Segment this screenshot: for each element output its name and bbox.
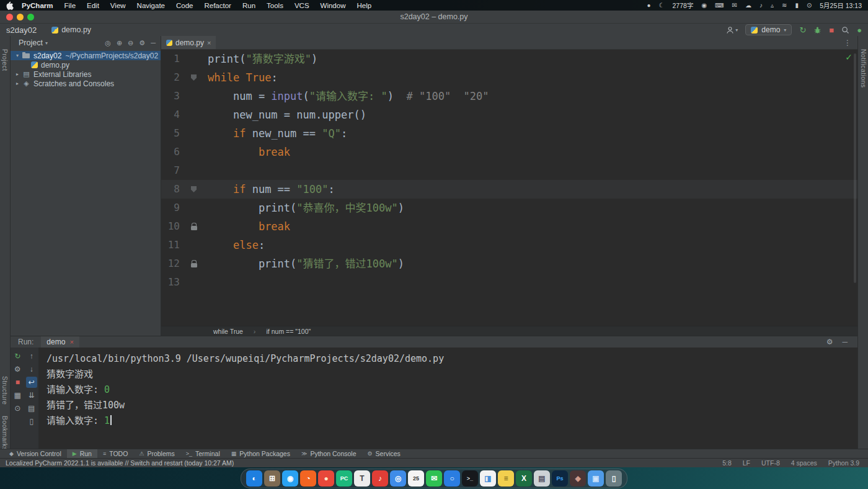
toolwindow-button-terminal[interactable]: >_Terminal	[180, 449, 226, 458]
run-tab-demo[interactable]: demo ×	[41, 336, 79, 348]
collapse-all-icon[interactable]: ⊖	[128, 39, 133, 47]
run-settings-icon[interactable]: ⚙	[826, 338, 833, 346]
dock-icon-trash[interactable]: ▯	[606, 470, 622, 487]
menubar-item-refactor[interactable]: Refactor	[198, 2, 236, 9]
dock-icon-finder[interactable]: ◐	[246, 470, 262, 487]
code-line[interactable]: 1print("猜数字游戏")	[161, 50, 857, 68]
stripe-bookmarks-button[interactable]: Bookmarks	[1, 416, 9, 451]
toolwindow-button-python-console[interactable]: ≫Python Console	[296, 449, 362, 458]
airdrop-icon[interactable]: ▵	[771, 2, 774, 9]
toolwindow-button-services[interactable]: ⚙Services	[362, 449, 406, 458]
search-everywhere-icon[interactable]	[841, 26, 849, 34]
camera-icon[interactable]: ◉	[701, 2, 707, 9]
dock-icon-qq[interactable]: ○	[444, 470, 460, 487]
dock-icon-excel[interactable]: X	[516, 470, 532, 487]
up-stack-icon[interactable]: ↑	[26, 351, 37, 362]
hide-icon[interactable]: ─	[151, 39, 156, 47]
down-stack-icon[interactable]: ↓	[26, 364, 37, 375]
dock-icon-preview[interactable]: ◨	[480, 470, 496, 487]
code-line[interactable]: 12 print("猜错了，错过100w")	[161, 254, 857, 273]
code-line[interactable]: 9 print("恭喜你，中奖100w")	[161, 199, 857, 217]
hide-run-panel-icon[interactable]: ─	[842, 338, 848, 346]
menubar-item-window[interactable]: Window	[315, 2, 352, 9]
toolwindow-button-todo[interactable]: ≡TODO	[97, 449, 133, 458]
code-line[interactable]: 2while True:	[161, 68, 857, 87]
dock-icon-notes[interactable]: ▤	[534, 470, 550, 487]
messages-icon[interactable]: ✉	[732, 2, 737, 9]
status-message[interactable]: Localized PyCharm 2022.1.1 is available …	[0, 459, 234, 467]
window-titlebar[interactable]: s2day02 – demo.py	[0, 11, 868, 24]
dock-icon-launchpad[interactable]: ⊞	[264, 470, 280, 487]
profile-button[interactable]: ▾	[726, 26, 738, 34]
toolwindow-button-python-packages[interactable]: ▦Python Packages	[226, 449, 296, 458]
dock-icon-calendar[interactable]: 25	[408, 470, 424, 487]
menubar-item-help[interactable]: Help	[351, 2, 377, 9]
stripe-structure-button[interactable]: Structure	[1, 376, 9, 405]
inspections-ok-icon[interactable]: ✓	[845, 52, 852, 62]
menubar-item-vcs[interactable]: VCS	[289, 2, 315, 9]
tab-options-icon[interactable]: ⋮	[844, 38, 857, 47]
soft-wrap-icon[interactable]: ↩	[26, 377, 37, 388]
dock-icon-stickies[interactable]: ≡	[498, 470, 514, 487]
dock-icon-browser[interactable]: ●	[318, 470, 334, 487]
menubar-item-edit[interactable]: Edit	[81, 2, 105, 9]
editor-scrollbar[interactable]	[854, 53, 856, 283]
run-config-selector[interactable]: demo ▾	[745, 24, 792, 35]
menubar-clock[interactable]: 5月25日 13:13	[820, 1, 862, 10]
expand-all-icon[interactable]: ⊕	[117, 39, 122, 47]
menubar-item-view[interactable]: View	[105, 2, 131, 9]
status-widget-4-spaces[interactable]: 4 spaces	[791, 459, 817, 467]
rerun-button[interactable]: ↻	[799, 26, 806, 34]
stripe-project-button[interactable]: Project	[1, 49, 9, 71]
code-line[interactable]: 6 break	[161, 143, 857, 161]
tree-item-scratches-and-consoles[interactable]: ▸◈Scratches and Consoles	[11, 79, 161, 88]
scroll-to-end-icon[interactable]: ⇊	[26, 390, 37, 401]
python-status-icon[interactable]: ●	[857, 26, 862, 34]
tree-item-external-libraries[interactable]: ▸▤External Libraries	[11, 70, 161, 79]
restore-layout-icon[interactable]: ▦	[12, 390, 23, 401]
battery-icon[interactable]: ▮	[795, 2, 799, 9]
menubar-item-navigate[interactable]: Navigate	[131, 2, 170, 9]
debug-button[interactable]	[813, 26, 822, 34]
code-line[interactable]: 4 new_num = num.upper()	[161, 105, 857, 124]
tree-item-s2day02[interactable]: ▾s2day02~/PycharmProjects/s2day02	[11, 51, 161, 60]
dock-icon-terminal[interactable]: >_	[462, 470, 478, 487]
clear-all-icon[interactable]: ▯	[26, 416, 37, 427]
tree-chevron-icon[interactable]: ▸	[14, 71, 21, 77]
project-name-button[interactable]: s2day02	[6, 25, 37, 35]
tree-chevron-icon[interactable]: ▸	[14, 81, 21, 86]
dock-icon-app-dark[interactable]: ◆	[570, 470, 586, 487]
close-run-tab-icon[interactable]: ×	[69, 338, 73, 346]
menubar-item-code[interactable]: Code	[170, 2, 199, 9]
code-line[interactable]: 5 if new_num == "Q":	[161, 124, 857, 143]
toolwindow-button-run[interactable]: ▶Run	[67, 449, 97, 458]
dock-icon-wechat[interactable]: ✉	[426, 470, 442, 487]
editor-tab-demo-py[interactable]: demo.py ×	[161, 36, 216, 49]
tree-chevron-icon[interactable]: ▾	[14, 53, 21, 58]
dock-icon-photoshop[interactable]: Ps	[552, 470, 568, 487]
dock-icon-typora[interactable]: T	[354, 470, 370, 487]
menubar-item-run[interactable]: Run	[237, 2, 261, 9]
code-line[interactable]: 11 else:	[161, 236, 857, 254]
music-icon[interactable]: ♪	[760, 2, 763, 9]
dock-icon-chrome[interactable]: ◎	[390, 470, 406, 487]
dock-icon-folder[interactable]: ▣	[588, 470, 604, 487]
stop-button[interactable]: ■	[829, 26, 834, 34]
toolwindow-button-problems[interactable]: ⚠Problems	[133, 449, 180, 458]
status-widget-utf-8[interactable]: UTF-8	[761, 459, 780, 467]
tree-item-demo-py[interactable]: demo.py	[11, 60, 161, 70]
toolwindow-button-version-control[interactable]: ◆Version Control	[4, 449, 67, 458]
status-widget-5-8[interactable]: 5:8	[722, 459, 732, 467]
dock-icon-safari[interactable]: ◉	[282, 470, 298, 487]
cloud-icon[interactable]: ☁	[745, 2, 751, 9]
rerun-icon[interactable]: ↻	[12, 351, 23, 362]
breadcrumb-item-if-num-100[interactable]: if num == "100"	[261, 326, 317, 336]
menubar-item-file[interactable]: File	[59, 2, 82, 9]
settings-icon[interactable]: ⚙	[139, 39, 145, 47]
close-tab-icon[interactable]: ×	[207, 39, 211, 47]
menubar-item-tools[interactable]: Tools	[261, 2, 289, 9]
status-widget-lf[interactable]: LF	[743, 459, 750, 467]
dock-icon-music[interactable]: ♪	[372, 470, 388, 487]
run-settings-icon[interactable]: ⚙	[12, 364, 23, 375]
status-widget-python-3-9[interactable]: Python 3.9	[828, 459, 859, 467]
